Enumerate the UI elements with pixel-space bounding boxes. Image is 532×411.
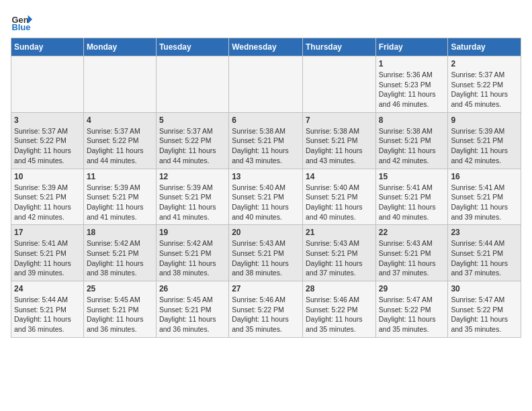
calendar-cell: 17Sunrise: 5:41 AM Sunset: 5:21 PM Dayli…: [11, 225, 84, 281]
day-info: Sunrise: 5:45 AM Sunset: 5:21 PM Dayligh…: [159, 295, 226, 334]
calendar-cell: 13Sunrise: 5:40 AM Sunset: 5:21 PM Dayli…: [229, 169, 303, 225]
day-info: Sunrise: 5:41 AM Sunset: 5:21 PM Dayligh…: [379, 183, 445, 222]
calendar-week-4: 17Sunrise: 5:41 AM Sunset: 5:21 PM Dayli…: [11, 225, 521, 281]
calendar-header-row: SundayMondayTuesdayWednesdayThursdayFrid…: [11, 38, 521, 56]
calendar-cell: 11Sunrise: 5:39 AM Sunset: 5:21 PM Dayli…: [83, 169, 156, 225]
calendar-week-3: 10Sunrise: 5:39 AM Sunset: 5:21 PM Dayli…: [11, 169, 521, 225]
day-info: Sunrise: 5:41 AM Sunset: 5:21 PM Dayligh…: [451, 183, 518, 222]
day-number: 2: [451, 59, 518, 68]
day-info: Sunrise: 5:39 AM Sunset: 5:21 PM Dayligh…: [451, 126, 518, 166]
calendar-cell: 27Sunrise: 5:46 AM Sunset: 5:22 PM Dayli…: [229, 281, 303, 338]
calendar-cell: 22Sunrise: 5:43 AM Sunset: 5:21 PM Dayli…: [375, 225, 448, 281]
calendar-cell: 18Sunrise: 5:42 AM Sunset: 5:21 PM Dayli…: [83, 225, 156, 281]
day-info: Sunrise: 5:40 AM Sunset: 5:21 PM Dayligh…: [306, 183, 373, 222]
day-number: 1: [379, 59, 445, 68]
day-number: 10: [14, 172, 81, 181]
day-info: Sunrise: 5:42 AM Sunset: 5:21 PM Dayligh…: [159, 238, 226, 278]
day-number: 22: [379, 228, 445, 237]
day-number: 30: [451, 284, 518, 293]
day-number: 8: [379, 116, 445, 125]
day-info: Sunrise: 5:39 AM Sunset: 5:21 PM Dayligh…: [159, 183, 226, 222]
calendar-cell: 3Sunrise: 5:37 AM Sunset: 5:22 PM Daylig…: [11, 112, 84, 169]
day-number: 28: [306, 284, 373, 293]
day-info: Sunrise: 5:47 AM Sunset: 5:22 PM Dayligh…: [379, 295, 445, 334]
calendar-cell: 23Sunrise: 5:44 AM Sunset: 5:21 PM Dayli…: [448, 225, 521, 281]
day-info: Sunrise: 5:39 AM Sunset: 5:21 PM Dayligh…: [14, 183, 81, 222]
day-number: 20: [232, 228, 300, 237]
calendar-cell: [302, 56, 375, 113]
calendar-cell: 21Sunrise: 5:43 AM Sunset: 5:21 PM Dayli…: [302, 225, 375, 281]
column-header-tuesday: Tuesday: [156, 38, 228, 56]
day-info: Sunrise: 5:44 AM Sunset: 5:21 PM Dayligh…: [14, 295, 81, 334]
calendar-cell: 29Sunrise: 5:47 AM Sunset: 5:22 PM Dayli…: [375, 281, 448, 338]
day-info: Sunrise: 5:43 AM Sunset: 5:21 PM Dayligh…: [379, 238, 445, 278]
calendar-table: SundayMondayTuesdayWednesdayThursdayFrid…: [11, 38, 521, 338]
calendar-cell: 20Sunrise: 5:43 AM Sunset: 5:21 PM Dayli…: [229, 225, 303, 281]
calendar-week-2: 3Sunrise: 5:37 AM Sunset: 5:22 PM Daylig…: [11, 112, 521, 169]
day-number: 15: [379, 172, 445, 181]
day-number: 23: [451, 228, 518, 237]
day-info: Sunrise: 5:38 AM Sunset: 5:21 PM Dayligh…: [232, 126, 300, 166]
day-number: 14: [306, 172, 373, 181]
calendar-cell: 14Sunrise: 5:40 AM Sunset: 5:21 PM Dayli…: [302, 169, 375, 225]
page-header: Gen Blue: [11, 11, 521, 32]
calendar-cell: 10Sunrise: 5:39 AM Sunset: 5:21 PM Dayli…: [11, 169, 84, 225]
calendar-cell: 8Sunrise: 5:38 AM Sunset: 5:21 PM Daylig…: [375, 112, 448, 169]
day-number: 3: [14, 116, 81, 125]
day-info: Sunrise: 5:47 AM Sunset: 5:22 PM Dayligh…: [451, 295, 518, 334]
day-number: 17: [14, 228, 81, 237]
calendar-cell: [83, 56, 156, 113]
day-info: Sunrise: 5:40 AM Sunset: 5:21 PM Dayligh…: [232, 183, 300, 222]
day-info: Sunrise: 5:37 AM Sunset: 5:22 PM Dayligh…: [451, 70, 518, 109]
day-info: Sunrise: 5:42 AM Sunset: 5:21 PM Dayligh…: [87, 238, 153, 278]
calendar-cell: 15Sunrise: 5:41 AM Sunset: 5:21 PM Dayli…: [375, 169, 448, 225]
day-number: 19: [159, 228, 226, 237]
day-number: 29: [379, 284, 445, 293]
column-header-saturday: Saturday: [448, 38, 521, 56]
calendar-cell: 28Sunrise: 5:46 AM Sunset: 5:22 PM Dayli…: [302, 281, 375, 338]
day-number: 5: [159, 116, 226, 125]
day-number: 21: [306, 228, 373, 237]
day-info: Sunrise: 5:45 AM Sunset: 5:21 PM Dayligh…: [87, 295, 153, 334]
calendar-cell: [229, 56, 303, 113]
calendar-cell: 4Sunrise: 5:37 AM Sunset: 5:22 PM Daylig…: [83, 112, 156, 169]
calendar-cell: 5Sunrise: 5:37 AM Sunset: 5:22 PM Daylig…: [156, 112, 228, 169]
calendar-cell: 26Sunrise: 5:45 AM Sunset: 5:21 PM Dayli…: [156, 281, 228, 338]
calendar-cell: [11, 56, 84, 113]
day-number: 24: [14, 284, 81, 293]
day-info: Sunrise: 5:38 AM Sunset: 5:21 PM Dayligh…: [379, 126, 445, 166]
calendar-cell: 2Sunrise: 5:37 AM Sunset: 5:22 PM Daylig…: [448, 56, 521, 113]
calendar-cell: 25Sunrise: 5:45 AM Sunset: 5:21 PM Dayli…: [83, 281, 156, 338]
day-info: Sunrise: 5:43 AM Sunset: 5:21 PM Dayligh…: [306, 238, 373, 278]
day-number: 6: [232, 116, 300, 125]
day-number: 7: [306, 116, 373, 125]
calendar-cell: 16Sunrise: 5:41 AM Sunset: 5:21 PM Dayli…: [448, 169, 521, 225]
column-header-thursday: Thursday: [302, 38, 375, 56]
day-info: Sunrise: 5:39 AM Sunset: 5:21 PM Dayligh…: [87, 183, 153, 222]
day-info: Sunrise: 5:44 AM Sunset: 5:21 PM Dayligh…: [451, 238, 518, 278]
calendar-cell: 1Sunrise: 5:36 AM Sunset: 5:23 PM Daylig…: [375, 56, 448, 113]
column-header-monday: Monday: [83, 38, 156, 56]
day-info: Sunrise: 5:37 AM Sunset: 5:22 PM Dayligh…: [159, 126, 226, 166]
day-number: 4: [87, 116, 153, 125]
calendar-cell: 12Sunrise: 5:39 AM Sunset: 5:21 PM Dayli…: [156, 169, 228, 225]
column-header-wednesday: Wednesday: [229, 38, 303, 56]
calendar-cell: 6Sunrise: 5:38 AM Sunset: 5:21 PM Daylig…: [229, 112, 303, 169]
day-number: 9: [451, 116, 518, 125]
calendar-cell: [156, 56, 228, 113]
calendar-week-1: 1Sunrise: 5:36 AM Sunset: 5:23 PM Daylig…: [11, 56, 521, 113]
day-number: 25: [87, 284, 153, 293]
calendar-cell: 7Sunrise: 5:38 AM Sunset: 5:21 PM Daylig…: [302, 112, 375, 169]
calendar-week-5: 24Sunrise: 5:44 AM Sunset: 5:21 PM Dayli…: [11, 281, 521, 338]
calendar-cell: 19Sunrise: 5:42 AM Sunset: 5:21 PM Dayli…: [156, 225, 228, 281]
day-number: 11: [87, 172, 153, 181]
logo: Gen Blue: [11, 11, 35, 32]
day-info: Sunrise: 5:36 AM Sunset: 5:23 PM Dayligh…: [379, 70, 445, 109]
day-number: 26: [159, 284, 226, 293]
calendar-cell: 9Sunrise: 5:39 AM Sunset: 5:21 PM Daylig…: [448, 112, 521, 169]
column-header-friday: Friday: [375, 38, 448, 56]
column-header-sunday: Sunday: [11, 38, 84, 56]
day-number: 27: [232, 284, 300, 293]
svg-text:Blue: Blue: [12, 22, 31, 32]
day-number: 18: [87, 228, 153, 237]
